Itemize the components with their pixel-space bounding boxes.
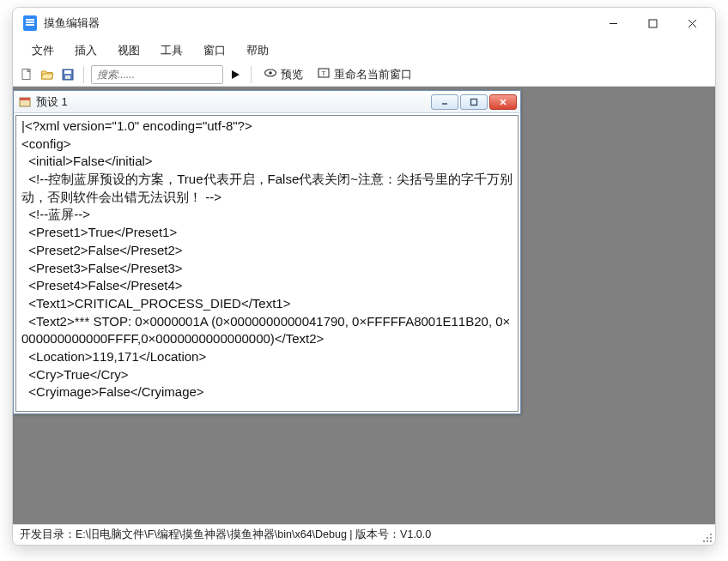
new-file-icon[interactable] xyxy=(18,66,35,83)
titlebar[interactable]: 摸鱼编辑器 xyxy=(13,8,715,39)
menu-help[interactable]: 帮助 xyxy=(236,40,279,61)
svg-marker-8 xyxy=(232,70,240,79)
svg-rect-14 xyxy=(20,98,30,100)
editor-textarea[interactable]: |<?xml version="1.0" encoding="utf-8"?> … xyxy=(15,115,519,412)
svg-rect-1 xyxy=(649,20,657,27)
rename-label: 重命名当前窗口 xyxy=(334,67,412,82)
search-input[interactable] xyxy=(91,65,223,84)
svg-point-10 xyxy=(269,71,272,75)
toolbar-separator xyxy=(83,66,84,83)
eye-icon xyxy=(264,66,277,82)
save-icon[interactable] xyxy=(59,66,76,83)
menu-view[interactable]: 视图 xyxy=(107,40,150,61)
child-minimize-button[interactable] xyxy=(431,94,458,110)
menu-window[interactable]: 窗口 xyxy=(193,40,236,61)
menu-tools[interactable]: 工具 xyxy=(150,40,193,61)
close-button[interactable] xyxy=(672,9,712,37)
main-window: 摸鱼编辑器 文件 插入 视图 工具 窗口 帮助 xyxy=(12,7,716,546)
child-close-button[interactable] xyxy=(489,94,517,110)
window-title: 摸鱼编辑器 xyxy=(44,15,100,31)
open-folder-icon[interactable] xyxy=(39,66,56,83)
mdi-workspace[interactable]: 预设 1 |<?xml version="1.0" encoding="utf-… xyxy=(13,87,715,524)
svg-rect-7 xyxy=(65,75,70,79)
child-window[interactable]: 预设 1 |<?xml version="1.0" encoding="utf-… xyxy=(13,90,521,414)
menubar: 文件 插入 视图 工具 窗口 帮助 xyxy=(13,39,715,63)
svg-rect-6 xyxy=(64,70,71,74)
resize-grip-icon[interactable] xyxy=(701,532,712,542)
menu-insert[interactable]: 插入 xyxy=(64,40,107,61)
rename-icon: T xyxy=(317,66,331,82)
maximize-button[interactable] xyxy=(633,9,672,37)
preview-label: 预览 xyxy=(281,67,303,82)
rename-window-button[interactable]: T 重命名当前窗口 xyxy=(312,66,417,82)
svg-text:T: T xyxy=(322,69,326,77)
minimize-button[interactable] xyxy=(593,9,633,37)
statusbar-text: 开发目录：E:\旧电脑文件\F\编程\摸鱼神器\摸鱼神器\bin\x64\Deb… xyxy=(20,528,431,542)
toolbar-separator xyxy=(251,66,252,83)
toolbar: 预览 T 重命名当前窗口 xyxy=(13,63,715,87)
preview-button[interactable]: 预览 xyxy=(258,66,308,82)
app-icon xyxy=(23,15,37,31)
svg-rect-16 xyxy=(471,99,477,105)
play-button[interactable] xyxy=(227,66,244,83)
menu-file[interactable]: 文件 xyxy=(21,40,64,61)
child-app-icon xyxy=(19,96,31,108)
child-window-title: 预设 1 xyxy=(36,94,68,110)
child-titlebar[interactable]: 预设 1 xyxy=(14,91,520,113)
statusbar: 开发目录：E:\旧电脑文件\F\编程\摸鱼神器\摸鱼神器\bin\x64\Deb… xyxy=(13,524,715,545)
child-maximize-button[interactable] xyxy=(460,94,488,110)
